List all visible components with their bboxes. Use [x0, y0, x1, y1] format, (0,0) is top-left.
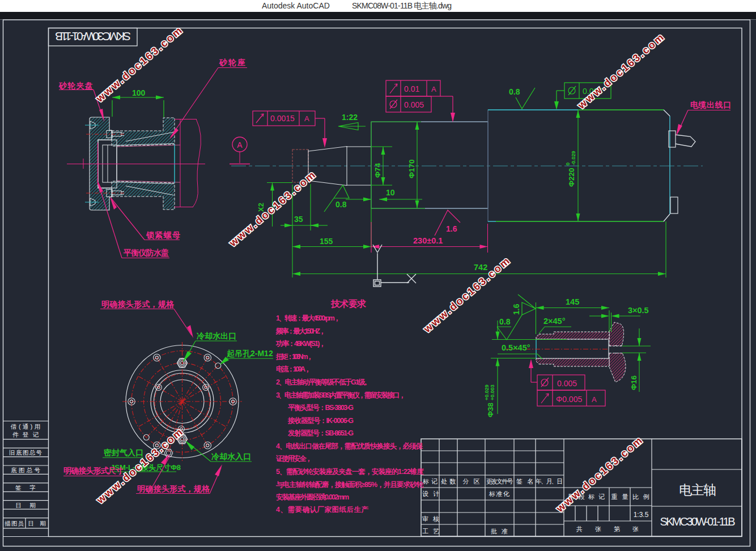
svg-text:电缆出线口: 电缆出线口: [690, 100, 731, 109]
svg-text:明确接头形式，规格: 明确接头形式，规格: [137, 484, 210, 493]
svg-text:日 期: 日 期: [28, 520, 46, 527]
svg-text:3×0.5: 3×0.5: [628, 306, 649, 315]
svg-text:4、需要确认厂家图纸后生产: 4、需要确认厂家图纸后生产: [276, 506, 369, 514]
svg-text:设 计: 设 计: [422, 490, 439, 497]
svg-text:起吊孔2-M12: 起吊孔2-M12: [226, 349, 273, 358]
svg-text:分 区: 分 区: [463, 478, 480, 485]
svg-text:230±0.1: 230±0.1: [413, 236, 443, 245]
svg-text:+0.003: +0.003: [490, 385, 495, 400]
svg-text:A: A: [431, 85, 436, 93]
svg-text:签 字: 签 字: [15, 484, 36, 491]
svg-text:1:3.5: 1:3.5: [634, 511, 649, 519]
svg-text:Φ170: Φ170: [407, 159, 416, 178]
svg-text:0.8: 0.8: [509, 87, 520, 96]
svg-text:发射器型号：SB-8651-G: 发射器型号：SB-8651-G: [287, 429, 354, 437]
svg-text:1、转速：最大4500rpm，: 1、转速：最大4500rpm，: [276, 314, 341, 322]
svg-text:155: 155: [320, 237, 333, 246]
svg-text:SKMC08W-01-11B 电主轴.dwg: SKMC08W-01-11B 电主轴.dwg: [352, 1, 452, 10]
svg-text:件 登 记: 件 登 记: [12, 431, 39, 438]
svg-text:更改文件号: 更改文件号: [486, 478, 513, 485]
svg-text:扭矩：106Nm，: 扭矩：106Nm，: [275, 353, 313, 361]
svg-text:A: A: [592, 395, 597, 404]
svg-text:A: A: [237, 140, 243, 150]
svg-text:1:22: 1:22: [342, 113, 358, 122]
svg-text:2×45°: 2×45°: [543, 317, 566, 326]
svg-text:频率：最大150HZ，: 频率：最大150HZ，: [275, 327, 326, 335]
svg-text:1.6: 1.6: [446, 224, 457, 233]
svg-text:重 量: 重 量: [611, 493, 628, 500]
svg-text:0.005: 0.005: [557, 379, 577, 388]
svg-text:借(通)用: 借(通)用: [10, 423, 40, 430]
svg-text:A: A: [304, 114, 309, 123]
svg-text:日 期: 日 期: [15, 502, 36, 509]
svg-text:5、需配砂轮安装座及夹盘一套，安装座的1:22锥度: 5、需配砂轮安装座及夹盘一套，安装座的1:22锥度: [276, 467, 424, 476]
svg-text:技术要求: 技术要求: [330, 299, 367, 309]
svg-text:145: 145: [566, 297, 579, 306]
svg-text:2、电主轴动平衡等级不低于G1级。: 2、电主轴动平衡等级不低于G1级。: [276, 378, 371, 386]
svg-text:砂轮座: 砂轮座: [219, 58, 245, 67]
svg-text:标准化: 标准化: [489, 490, 509, 497]
svg-text:Autodesk AutoCAD: Autodesk AutoCAD: [262, 1, 330, 10]
svg-text:平衡头型号：BS-3803-G: 平衡头型号：BS-3803-G: [288, 404, 354, 412]
svg-text:明确接头形式尺寸: 明确接头形式尺寸: [63, 466, 124, 475]
svg-text:3、电主轴需加装SBS内置平衡仪，需留安装接口，: 3、电主轴需加装SBS内置平衡仪，需留安装接口，: [276, 391, 406, 399]
svg-text:安装基座外圆径跳0.002mm: 安装基座外圆径跳0.002mm: [276, 493, 349, 501]
svg-text:证使用安全，: 证使用安全，: [275, 455, 312, 463]
svg-text:年、月、日: 年、月、日: [535, 478, 563, 485]
svg-text:批 准: 批 准: [491, 528, 508, 535]
svg-text:1.6: 1.6: [512, 304, 521, 315]
svg-text:4、电线出口做在尾部，需配优质快换接头，必须保: 4、电线出口做在尾部，需配优质快换接头，必须保: [276, 442, 423, 450]
svg-text:冷却水出口: 冷却水出口: [197, 331, 236, 340]
svg-text:0: 0: [565, 163, 571, 165]
svg-text:+0.029: +0.029: [484, 385, 490, 400]
svg-text:Φ74: Φ74: [373, 163, 382, 178]
svg-text:0.8: 0.8: [335, 200, 347, 209]
svg-text:35: 35: [294, 215, 303, 224]
svg-text:签 名: 签 名: [516, 478, 533, 485]
svg-text:Φ0.005: Φ0.005: [556, 395, 582, 404]
svg-text:明确接头形式，规格: 明确接头形式，规格: [101, 300, 175, 309]
svg-text:SKMC30W-01-11B: SKMC30W-01-11B: [660, 515, 736, 528]
svg-text:审 核: 审 核: [422, 515, 439, 522]
svg-text:Φ220: Φ220: [567, 168, 576, 187]
svg-text:0.005: 0.005: [404, 100, 424, 109]
svg-text:与电主轴转轴配磨，接触面积≥85%，并且要求砂轮: 与电主轴转轴配磨，接触面积≥85%，并且要求砂轮: [275, 480, 424, 489]
svg-text:742: 742: [474, 263, 487, 272]
svg-text:100: 100: [132, 88, 146, 97]
svg-text:0.5×45°: 0.5×45°: [502, 343, 530, 352]
svg-text:0.8: 0.8: [499, 317, 511, 326]
svg-text:电流：109A，: 电流：109A，: [276, 365, 311, 373]
svg-text:Φ16: Φ16: [630, 375, 638, 390]
svg-text:SKMC30W-01-11B: SKMC30W-01-11B: [55, 30, 131, 43]
svg-text:密封气入口: 密封气入口: [104, 448, 143, 457]
svg-text:旧底图总号: 旧底图总号: [9, 449, 43, 456]
svg-text:冷却水入口: 冷却水入口: [211, 452, 251, 461]
svg-text:0.01: 0.01: [404, 84, 419, 93]
svg-text:平衡仪防水盖: 平衡仪防水盖: [123, 248, 169, 257]
svg-text:Φ38: Φ38: [486, 402, 495, 417]
svg-text:工 艺: 工 艺: [422, 528, 439, 535]
svg-text:-0.029: -0.029: [571, 151, 576, 165]
svg-text:0.0015: 0.0015: [270, 114, 295, 123]
svg-text:比 例: 比 例: [632, 493, 649, 500]
svg-text:描图员: 描图员: [5, 520, 24, 527]
svg-text:电主轴: 电主轴: [679, 482, 716, 497]
svg-text:接收器型号：IK-0006-G: 接收器型号：IK-0006-G: [287, 417, 354, 425]
svg-text:10: 10: [386, 188, 395, 197]
svg-text:功率：48KW(S1)，: 功率：48KW(S1)，: [275, 340, 326, 348]
